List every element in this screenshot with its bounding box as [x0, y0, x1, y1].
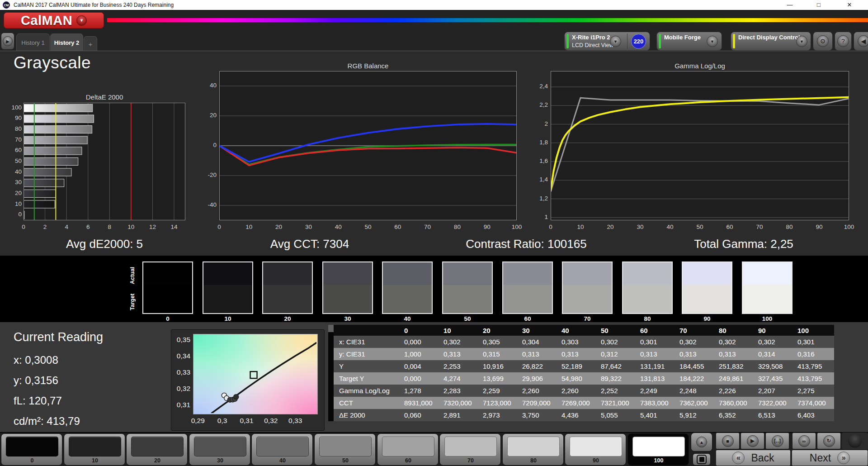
swatch-target — [263, 285, 312, 313]
pattern-button-100[interactable]: 100 — [627, 433, 689, 466]
pattern-patch — [632, 437, 685, 456]
axis-tick-label: 40 — [661, 223, 679, 230]
pattern-label: 30 — [189, 457, 251, 464]
axis-tick-label: 30 — [2, 179, 22, 185]
collapse-panel-button[interactable]: ◀ — [854, 32, 868, 51]
play-button[interactable]: ▶ — [741, 433, 764, 449]
pattern-button-50[interactable]: 50 — [314, 433, 376, 466]
swatch-target — [203, 285, 252, 313]
pattern-button-30[interactable]: 30 — [189, 433, 250, 466]
axis-tick-label: 100 — [2, 104, 22, 111]
close-button[interactable]: ✕ — [839, 0, 860, 10]
swatch-actual — [683, 262, 731, 285]
table-cell: 0,312 — [597, 350, 637, 358]
pattern-button-90[interactable]: 90 — [565, 433, 626, 466]
axis-tick-label: 100 — [840, 223, 858, 230]
axis-tick-label: 0,35 — [171, 336, 190, 344]
axis-tick-label: 100 — [508, 223, 526, 230]
axis-tick-label: 0,32 — [171, 385, 190, 393]
pattern-label: 80 — [503, 457, 564, 464]
pattern-button-0[interactable]: 0 — [1, 433, 62, 466]
stop-button[interactable]: ■ — [716, 433, 740, 449]
table-cell: 1,000 — [401, 350, 440, 358]
pattern-source-dropdown[interactable]: Mobile Forge ▼ — [656, 32, 722, 51]
table-cell: 413,795 — [794, 362, 833, 370]
axis-tick-label: 30 — [299, 223, 317, 230]
back-button[interactable]: « Back — [716, 450, 791, 466]
pattern-button-40[interactable]: 40 — [251, 433, 313, 466]
pattern-button-60[interactable]: 60 — [377, 433, 439, 466]
pattern-window-button[interactable]: [‥] — [765, 433, 789, 449]
window-pattern-button[interactable] — [693, 453, 711, 466]
column-header: 30 — [519, 327, 558, 334]
axis-tick-label: 0,34 — [171, 352, 190, 360]
display-control-dropdown[interactable]: Direct Display Control ▼ — [731, 32, 811, 51]
pattern-bar-expand-button[interactable]: ▲ — [691, 433, 712, 452]
back-arrow-icon: « — [732, 452, 745, 464]
back-label: Back — [751, 452, 774, 464]
meter-reading-badge: 220 — [631, 34, 646, 49]
workflow-expand-button[interactable]: ▶ — [1, 33, 14, 50]
row-label: Gamma Log/Log — [334, 387, 401, 395]
refresh-button[interactable]: ↻ — [817, 433, 841, 449]
table-cell: 52,189 — [558, 362, 597, 370]
axis-tick-label: 10 — [2, 200, 22, 207]
rgb-balance-chart — [219, 71, 517, 220]
swatch-level-label: 30 — [322, 315, 373, 322]
table-cell: 7322,000 — [755, 399, 794, 407]
tab-history-1[interactable]: History 1 — [16, 33, 50, 51]
axis-tick-label: 1 — [528, 214, 548, 220]
table-cell: 26,822 — [519, 362, 558, 370]
swatch-level-label: 50 — [442, 315, 493, 322]
table-cell: 2,226 — [715, 387, 755, 395]
restore-button[interactable]: □ — [808, 0, 829, 10]
chevron-down-icon[interactable]: ▼ — [796, 36, 807, 47]
axis-tick-label: 1,2 — [528, 195, 548, 202]
reading-cdm2: cd/m²: 413,79 — [14, 415, 80, 428]
swatch-level-100 — [742, 262, 793, 314]
swatch-level-40 — [382, 262, 433, 314]
table-row: Target Y0,0004,27413,69929,90654,98089,3… — [334, 372, 834, 385]
table-cell: 3,750 — [519, 411, 558, 419]
axis-tick-label: 0,33 — [171, 368, 190, 376]
chevron-down-icon[interactable]: ▼ — [707, 36, 718, 47]
meter-dropdown[interactable]: X-Rite i1Pro 2 LCD Direct View ▼ 220 — [564, 32, 650, 51]
table-cell: 7209,000 — [519, 399, 558, 407]
pattern-button-80[interactable]: 80 — [502, 433, 564, 466]
column-header: 90 — [755, 327, 794, 334]
pattern-patch — [382, 437, 434, 456]
swatch-level-label: 80 — [622, 315, 673, 322]
axis-tick-label: 20 — [2, 190, 22, 196]
swatch-target — [623, 285, 672, 313]
axis-tick-label: 0,29 — [187, 417, 209, 425]
column-header: 70 — [676, 327, 715, 334]
loop-button[interactable]: ∞ — [792, 433, 816, 449]
scrollbar-thumb[interactable] — [328, 325, 334, 332]
minimize-button[interactable]: — — [779, 0, 800, 10]
axis-tick-label: 50 — [359, 223, 377, 230]
swatch-actual — [623, 262, 672, 285]
pattern-button-70[interactable]: 70 — [439, 433, 501, 466]
calman-logo-menu[interactable]: CalMAN ▼ — [4, 12, 104, 29]
swatch-level-label: 20 — [262, 315, 313, 322]
tab-history-2[interactable]: History 2 — [50, 33, 83, 51]
table-cell: 2,207 — [755, 387, 794, 395]
settings-button[interactable]: ⚙ — [813, 32, 833, 51]
help-button[interactable]: ? — [835, 32, 852, 51]
table-cell: 0,301 — [637, 338, 676, 346]
add-tab-button[interactable]: + — [84, 36, 97, 51]
pattern-button-10[interactable]: 10 — [64, 433, 125, 466]
pattern-button-20[interactable]: 20 — [126, 433, 188, 466]
table-cell: 7320,000 — [440, 399, 479, 407]
current-reading-title: Current Reading — [14, 330, 103, 344]
swatch-target — [143, 285, 192, 313]
row-label: Target Y — [334, 375, 401, 382]
next-button[interactable]: Next » — [792, 450, 868, 466]
swatch-target — [383, 285, 432, 313]
next-label: Next — [810, 452, 831, 464]
deltae-chart-title: DeltaE 2000 — [24, 93, 185, 101]
chevron-down-icon[interactable]: ▼ — [610, 36, 621, 47]
swatch-level-10 — [203, 262, 253, 314]
axis-tick-label: 0 — [14, 223, 33, 230]
table-scrollbar[interactable] — [328, 325, 334, 421]
